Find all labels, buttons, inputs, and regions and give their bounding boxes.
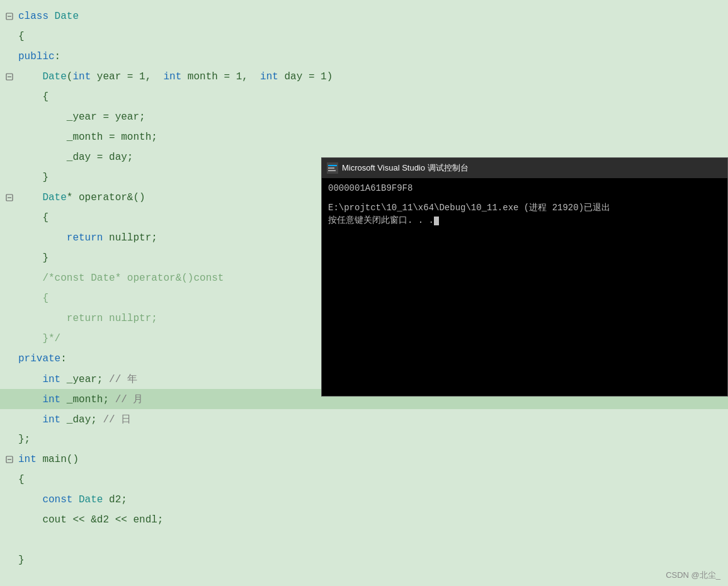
line-content-14: /*const Date* operator&()const [16, 273, 224, 284]
code-line-3: public: [0, 47, 728, 67]
line-content-23: int main() [16, 454, 79, 465]
code-line-4: Date(int year = 1, int month = 1, int da… [0, 67, 728, 87]
svg-rect-11 [328, 170, 336, 171]
code-line-6: _year = year; [0, 107, 728, 127]
watermark: CSDN @北尘_ [666, 570, 720, 581]
fold-indicator-23[interactable] [3, 456, 16, 463]
line-content-20: int _month; // 月 [16, 393, 143, 406]
code-line-27 [0, 530, 728, 550]
line-content-1: class Date [16, 11, 79, 22]
code-line-23: int main() [0, 449, 728, 470]
line-content-16: return nullptr; [16, 313, 157, 324]
svg-rect-9 [328, 165, 337, 166]
line-content-25: const Date d2; [16, 494, 127, 505]
line-content-12: return nullptr; [16, 232, 157, 244]
svg-rect-10 [328, 167, 334, 169]
line-content-11: { [16, 212, 48, 223]
console-titlebar: Microsoft Visual Studio 调试控制台 [322, 158, 727, 178]
console-app-icon [327, 162, 338, 174]
console-title: Microsoft Visual Studio 调试控制台 [342, 162, 469, 174]
line-content-21: int _day; // 日 [16, 413, 131, 426]
line-content-3: public: [16, 51, 60, 62]
code-line-21: int _day; // 日 [0, 409, 728, 429]
console-cursor [434, 217, 439, 225]
console-path-line: E:\projtct\10_11\x64\Debug\10_11.exe (进程… [328, 201, 721, 215]
line-content-9: } [16, 172, 48, 183]
console-body: 0000001A61B9F9F8 E:\projtct\10_11\x64\De… [322, 178, 727, 396]
code-line-2: { [0, 26, 728, 47]
code-line-22: }; [0, 429, 728, 449]
line-content-2: { [16, 31, 25, 42]
code-line-28: } [0, 550, 728, 570]
code-line-25: const Date d2; [0, 490, 728, 510]
line-content-5: { [16, 91, 48, 103]
code-line-5: { [0, 87, 728, 107]
line-content-26: cout << &d2 << endl; [16, 514, 163, 526]
fold-indicator-1[interactable] [3, 13, 16, 20]
code-line-26: cout << &d2 << endl; [0, 510, 728, 530]
line-content-24: { [16, 474, 25, 485]
code-line-24: { [0, 470, 728, 490]
line-content-10: Date* operator&() [16, 192, 145, 203]
code-line-7: _month = month; [0, 127, 728, 147]
debug-console[interactable]: Microsoft Visual Studio 调试控制台 0000001A61… [321, 157, 728, 397]
line-content-28: } [16, 555, 25, 566]
console-prompt-line: 按任意键关闭此窗口. . . [328, 215, 721, 226]
line-content-17: }*/ [16, 333, 60, 344]
line-content-7: _month = month; [16, 132, 157, 143]
line-content-4: Date(int year = 1, int month = 1, int da… [16, 71, 333, 82]
fold-indicator-10[interactable] [3, 194, 16, 201]
line-content-22: }; [16, 434, 30, 445]
line-content-18: private: [16, 353, 67, 364]
line-content-6: _year = year; [16, 111, 145, 123]
fold-indicator-4[interactable] [3, 73, 16, 81]
line-content-19: int _year; // 年 [16, 373, 137, 386]
line-content-13: } [16, 252, 48, 264]
line-content-15: { [16, 293, 48, 304]
console-address-line: 0000001A61B9F9F8 [328, 183, 721, 193]
code-line-1: class Date [0, 6, 728, 26]
line-content-8: _day = day; [16, 152, 133, 163]
code-editor: class Date{public: Date(int year = 1, in… [0, 0, 728, 586]
